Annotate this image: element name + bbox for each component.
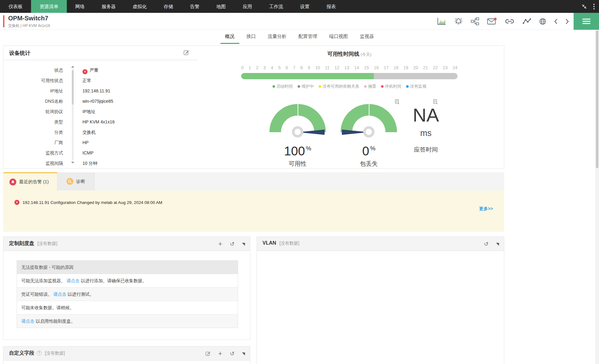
tab-diagnostics[interactable]: 诊断	[57, 172, 94, 190]
more-options-icon[interactable]	[591, 3, 596, 11]
legend-dot	[406, 85, 409, 88]
legend-item: 停机时间	[381, 84, 401, 89]
custom-fields-header: 自定义字段?[没有数据] + ↺ ◥	[3, 346, 250, 361]
vlan-header: VLAN[没有数据] ↺ ◥	[257, 237, 504, 251]
collapse-icon[interactable]	[581, 4, 587, 9]
alerts-tab-strip: 最近的告警 (1) 诊断	[3, 172, 504, 190]
device-title: OPM-Switch7	[8, 15, 48, 22]
legend-item: 搁置	[364, 84, 376, 89]
edit-icon[interactable]	[205, 351, 211, 356]
gauge-hub	[363, 126, 374, 138]
click-here-link[interactable]: 请点击	[53, 292, 66, 297]
legend-item: 启动时间	[273, 84, 293, 89]
reason-row: 请点击 以启用性能刻度盘。	[17, 314, 238, 328]
report-icon[interactable]	[432, 99, 437, 104]
no-data-label: [没有数据]	[37, 241, 57, 246]
scroll-up-icon[interactable]	[71, 66, 74, 68]
more-alerts-link[interactable]: 更多>>	[479, 206, 493, 212]
availability-timeline-bar	[241, 73, 458, 79]
nav-item-dashboard[interactable]: 仪表板	[0, 0, 31, 13]
performance-chart-icon[interactable]	[437, 17, 446, 25]
chevron-right-icon[interactable]	[565, 18, 569, 24]
email-icon[interactable]	[487, 18, 497, 25]
availability-value: 100%	[266, 142, 329, 158]
device-header: OPM-Switch7 交换机 | HP KVM 4x1x16	[0, 13, 599, 30]
edit-icon[interactable]	[183, 49, 189, 55]
diagnostics-icon	[66, 178, 73, 185]
alert-text: 192.148.11.91 Configuration Changed by m…	[23, 200, 162, 205]
stats-row: 监视间隔10 分钟	[3, 158, 198, 169]
stats-row: 分类交换机	[3, 127, 198, 138]
alarm-bell-icon[interactable]	[454, 17, 463, 25]
monitor-graph-icon[interactable]	[522, 18, 531, 24]
tab-overview[interactable]: 概况	[220, 30, 239, 44]
nav-item-inventory[interactable]: 资源清单	[31, 0, 67, 13]
stats-row: DNS名称win-r075jqice85	[3, 96, 198, 107]
device-stats-list: 状态✕严重 可用性状态正常 IP地址192.148.11.91 DNS名称win…	[3, 65, 198, 169]
add-icon[interactable]: +	[218, 241, 222, 247]
nav-item-alarms[interactable]: 告警	[182, 0, 208, 13]
no-data-reasons-title: 无法提取数据 - 可能的原因	[17, 261, 238, 274]
legend-dot	[298, 85, 300, 88]
hamburger-menu-button[interactable]	[574, 13, 599, 30]
device-action-icons	[437, 13, 569, 30]
refresh-icon[interactable]: ↺	[230, 241, 235, 247]
custom-dial-header: 定制刻度盘[没有数据] + ↺ ◥	[3, 237, 250, 251]
legend-dot	[319, 85, 321, 88]
nav-item-reports[interactable]: 报表	[318, 0, 344, 13]
tab-interfaces[interactable]: 接口	[242, 30, 261, 44]
response-time-value: NA	[399, 105, 453, 125]
hamburger-icon	[582, 18, 591, 25]
stats-scrollbar[interactable]	[71, 66, 74, 164]
packet-loss-label: 包丢失	[337, 160, 400, 168]
nav-item-settings[interactable]: 设置	[292, 0, 318, 13]
page-scrollbar-thumb[interactable]	[596, 30, 598, 168]
legend-item: 维护中	[298, 84, 314, 89]
stats-row: 监视方式ICMP	[3, 148, 198, 158]
tab-recent-alarms[interactable]: 最近的告警 (1)	[3, 172, 57, 190]
availability-gauge: 100% 可用性	[266, 98, 329, 168]
add-icon[interactable]: +	[218, 350, 222, 357]
report-icon[interactable]	[394, 99, 399, 104]
reason-row: 可能未收集数据。请稍候。	[17, 301, 238, 314]
tab-config-management[interactable]: 配置管理	[294, 30, 322, 44]
help-icon[interactable]: ?	[37, 351, 42, 356]
tab-traffic-analysis[interactable]: 流量分析	[263, 30, 291, 44]
alert-item[interactable]: ✕ 192.148.11.91 Configuration Changed by…	[14, 200, 162, 205]
stats-row: 状态✕严重	[3, 65, 198, 75]
expand-icon[interactable]: ◥	[496, 242, 499, 246]
custom-dial-title: 定制刻度盘	[9, 241, 34, 246]
device-subtitle: 交换机 | HP KVM 4x1x16	[8, 23, 50, 29]
device-tabs: 概况 接口 流量分析 配置管理 端口视图 监视器	[0, 30, 599, 44]
page-scrollbar[interactable]	[595, 30, 599, 364]
alarm-icon	[9, 179, 16, 185]
refresh-icon[interactable]: ↺	[230, 351, 235, 356]
chevron-left-icon[interactable]	[554, 18, 558, 24]
nav-item-storage[interactable]: 存储	[155, 0, 182, 13]
scroll-down-icon[interactable]	[71, 162, 74, 164]
dependency-icon[interactable]	[471, 17, 479, 25]
scrollbar-thumb[interactable]	[72, 70, 74, 105]
nav-item-apps[interactable]: 应用	[234, 0, 261, 13]
nav-item-network[interactable]: 网络	[67, 0, 93, 13]
click-here-link[interactable]: 请点击	[66, 278, 80, 283]
timeline-uptime-segment	[241, 73, 374, 79]
response-time-widget: NA ms 应答时间	[399, 98, 453, 154]
nav-item-maps[interactable]: 地图	[208, 0, 234, 13]
stats-row: 轮询协议IP地址	[3, 107, 198, 117]
nav-item-server[interactable]: 服务器	[93, 0, 124, 13]
no-data-label: [没有数据]	[45, 351, 65, 356]
nav-item-workflow[interactable]: 工作流	[261, 0, 292, 13]
web-icon[interactable]	[539, 18, 546, 25]
timeline-hour-labels: 0123456789101112131415161718192021222324	[241, 65, 458, 70]
expand-icon[interactable]: ◥	[242, 352, 245, 356]
expand-icon[interactable]: ◥	[242, 242, 245, 246]
nav-item-virtualization[interactable]: 虚拟化	[124, 0, 155, 13]
refresh-icon[interactable]: ↺	[484, 241, 489, 247]
click-here-link[interactable]: 请点击	[21, 319, 34, 324]
link-icon[interactable]	[505, 18, 515, 24]
tab-port-view[interactable]: 端口视图	[325, 30, 353, 44]
severity-accent-bar	[3, 15, 4, 27]
stats-row: 可用性状态正常	[3, 75, 198, 86]
tab-monitors[interactable]: 监视器	[355, 30, 379, 44]
